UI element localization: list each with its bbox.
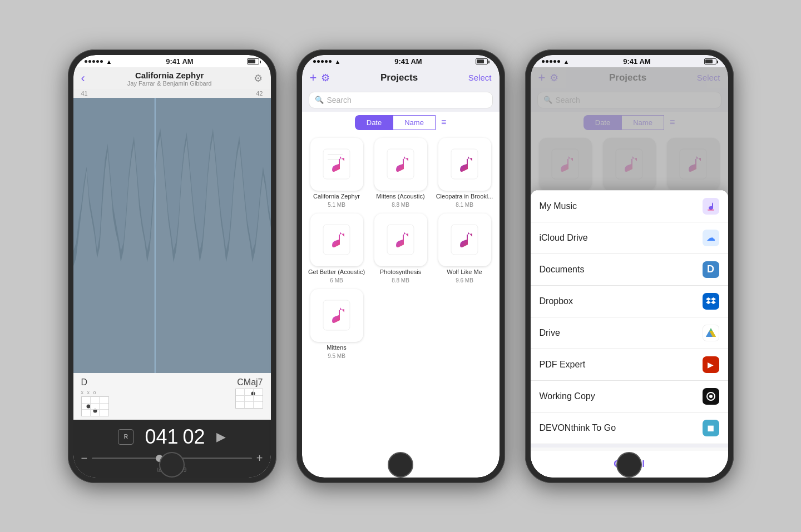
beat-counter: 02 (183, 425, 205, 449)
share-item-drive[interactable]: Drive (531, 317, 728, 349)
sort-date-button-2[interactable]: Date (355, 115, 393, 130)
phone-2: ▲ 9:41 AM + ⚙ Projects Select 🔍 Search (296, 49, 505, 483)
song-title: California Zephyr (127, 71, 212, 80)
project-item-6[interactable]: Mittens 9.5 MB (308, 289, 366, 359)
nav-bar-2: + ⚙ Projects Select (302, 67, 500, 88)
svg-rect-8 (323, 225, 350, 255)
icloud-icon: ☁ (703, 230, 719, 246)
phone-3: ▲ 9:41 AM + ⚙ Projects Select (525, 49, 734, 483)
play-button[interactable]: ▶ (216, 430, 226, 444)
share-item-pdf-expert[interactable]: PDF Expert ▶ (531, 349, 728, 381)
project-size-3: 6 MB (330, 277, 343, 284)
chord-left-diagram: x x o (81, 390, 169, 395)
gear-button-2[interactable]: ⚙ (321, 72, 330, 84)
share-item-documents[interactable]: Documents D (531, 254, 728, 286)
timeline-end: 42 (256, 90, 263, 97)
share-label-drive: Drive (540, 328, 560, 338)
music-note-icon-4 (386, 223, 415, 256)
project-item-1[interactable]: Mittens (Acoustic) 8.8 MB (372, 138, 430, 208)
svg-rect-6 (387, 149, 414, 179)
svg-rect-11 (323, 300, 350, 330)
home-button-2[interactable] (388, 452, 413, 478)
waveform[interactable] (73, 98, 271, 373)
time-2: 9:41 AM (394, 57, 422, 66)
project-item-2[interactable]: Cleopatra in Brookl... 8.1 MB (436, 138, 494, 208)
search-area-2: 🔍 Search (302, 88, 500, 112)
project-name-5: Wolf Like Me (447, 269, 482, 275)
project-item-4[interactable]: Photosynthesis 8.8 MB (372, 213, 430, 284)
share-label-devon: DEVONthink To Go (540, 423, 616, 433)
time-1: 9:41 AM (166, 57, 193, 66)
devon-icon: ◼ (703, 420, 719, 436)
project-size-1: 8.8 MB (392, 202, 409, 208)
r-button[interactable]: R (118, 429, 134, 445)
working-copy-icon (703, 388, 719, 405)
projects-grid: ——— ——— California Zephyr 5.1 MB (302, 133, 500, 478)
back-button[interactable]: ‹ (81, 71, 85, 86)
music-note-icon-1 (386, 148, 415, 180)
project-size-4: 8.8 MB (392, 277, 409, 284)
share-label-icloud: iCloud Drive (540, 233, 588, 243)
svg-rect-10 (451, 225, 478, 255)
project-size-2: 8.1 MB (456, 202, 473, 208)
search-icon-2: 🔍 (315, 96, 324, 104)
sort-controls-2: Date Name ≡ (302, 112, 500, 133)
music-note-icon-2 (450, 148, 479, 180)
time-3: 9:41 AM (623, 57, 650, 66)
project-size-6: 9.5 MB (328, 353, 345, 359)
share-item-my-music[interactable]: My Music (531, 190, 728, 222)
project-item-3[interactable]: Get Better (Acoustic) 6 MB (308, 213, 366, 284)
share-label-my-music: My Music (540, 201, 577, 211)
project-name-2: Cleopatra in Brookl... (436, 193, 493, 200)
battery-area-1 (247, 58, 259, 64)
minus-button[interactable]: − (81, 452, 88, 465)
chords-section: D x x o CMaj7 (73, 373, 271, 420)
chord-left-name: D (81, 377, 169, 387)
home-button-3[interactable] (616, 452, 642, 478)
wifi-icon-1: ▲ (106, 58, 112, 65)
drive-icon (703, 325, 719, 341)
share-label-working-copy: Working Copy (540, 391, 595, 401)
select-button-2[interactable]: Select (468, 73, 492, 82)
music-note-icon-6 (322, 299, 351, 331)
nav-bar-1: ‹ California Zephyr Jay Farrar & Benjami… (73, 67, 271, 89)
project-size-5: 9.6 MB (456, 277, 473, 284)
music-note-icon-0: ——— ——— (322, 148, 351, 180)
pdf-expert-icon: ▶ (703, 356, 719, 373)
projects-title-2: Projects (334, 72, 463, 83)
add-button-2[interactable]: + (310, 71, 317, 85)
signal-area: ▲ (85, 58, 112, 65)
music-note-icon-5 (450, 223, 479, 256)
share-item-working-copy[interactable]: Working Copy (531, 381, 728, 412)
svg-point-17 (709, 395, 713, 398)
bar-counter: 041 (145, 425, 178, 449)
share-label-documents: Documents (540, 265, 585, 275)
project-size-0: 5.1 MB (328, 202, 345, 208)
search-bar-2[interactable]: 🔍 Search (309, 92, 493, 108)
project-name-4: Photosynthesis (380, 269, 422, 275)
settings-icon[interactable]: ⚙ (254, 72, 263, 84)
project-name-3: Get Better (Acoustic) (308, 269, 365, 275)
chord-right-name: CMaj7 (176, 377, 263, 387)
share-item-devon[interactable]: DEVONthink To Go ◼ (531, 412, 728, 444)
plus-button[interactable]: + (256, 452, 263, 465)
sort-name-button-2[interactable]: Name (393, 115, 436, 130)
dropbox-icon (703, 293, 719, 310)
project-item-5[interactable]: Wolf Like Me 9.6 MB (436, 213, 494, 284)
music-note-icon-3 (322, 223, 351, 256)
list-view-button-2[interactable]: ≡ (441, 117, 446, 127)
share-item-icloud[interactable]: iCloud Drive ☁ (531, 222, 728, 254)
share-sheet: My Music iCloud Drive ☁ Documents D (531, 190, 728, 478)
project-name-1: Mittens (Acoustic) (376, 193, 424, 200)
home-button-1[interactable] (159, 452, 185, 478)
status-bar-1: ▲ 9:41 AM (73, 55, 271, 67)
svg-rect-7 (451, 149, 478, 179)
share-label-dropbox: Dropbox (540, 296, 573, 306)
project-name-0: California Zephyr (313, 193, 360, 200)
project-item-0[interactable]: ——— ——— California Zephyr 5.1 MB (308, 138, 366, 208)
svg-rect-9 (387, 225, 414, 255)
share-item-dropbox[interactable]: Dropbox (531, 286, 728, 317)
search-placeholder-2: Search (327, 96, 352, 105)
status-bar-3: ▲ 9:41 AM (531, 55, 728, 67)
documents-icon: D (703, 261, 719, 278)
